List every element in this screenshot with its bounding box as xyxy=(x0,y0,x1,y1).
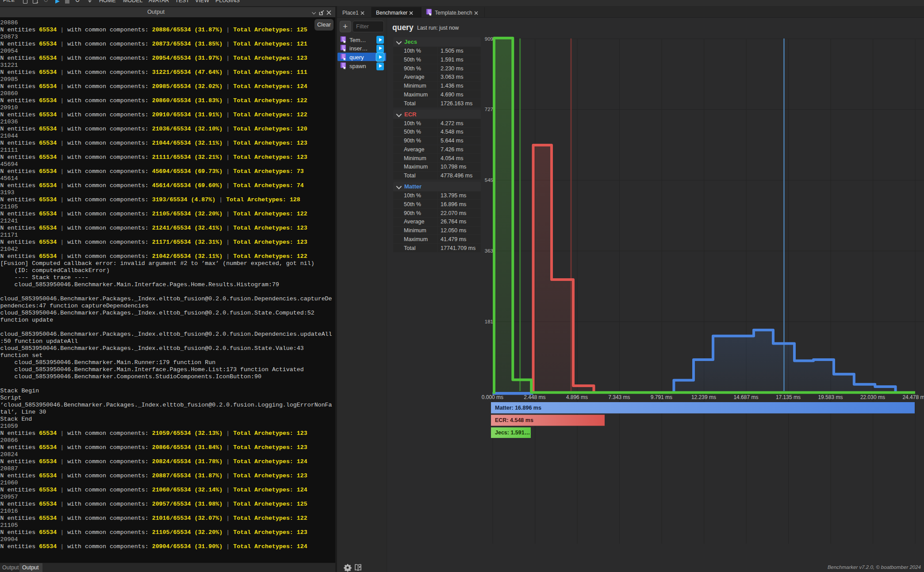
svg-text:7.343 ms: 7.343 ms xyxy=(608,394,630,400)
svg-text:4.896 ms: 4.896 ms xyxy=(566,394,588,400)
svg-text:17.135 ms: 17.135 ms xyxy=(776,394,801,400)
svg-text:545: 545 xyxy=(485,177,493,183)
svg-text:Jecs: 1.591…: Jecs: 1.591… xyxy=(495,430,530,436)
svg-text:ECR: 4.548 ms: ECR: 4.548 ms xyxy=(495,417,533,423)
svg-text:363: 363 xyxy=(485,248,493,253)
svg-text:14.687 ms: 14.687 ms xyxy=(733,394,758,400)
svg-text:12.239 ms: 12.239 ms xyxy=(691,394,716,400)
svg-text:727: 727 xyxy=(485,107,493,112)
svg-text:19.583 ms: 19.583 ms xyxy=(818,394,843,400)
svg-text:9.791 ms: 9.791 ms xyxy=(651,394,672,400)
svg-text:Matter: 16.896 ms: Matter: 16.896 ms xyxy=(495,405,541,411)
svg-text:909: 909 xyxy=(485,36,493,42)
svg-text:0.000 ms: 0.000 ms xyxy=(482,394,503,400)
svg-text:24.478 ms: 24.478 ms xyxy=(902,394,924,400)
svg-text:22.030 ms: 22.030 ms xyxy=(860,394,885,400)
svg-text:181: 181 xyxy=(485,319,493,324)
svg-text:2.448 ms: 2.448 ms xyxy=(524,394,545,400)
